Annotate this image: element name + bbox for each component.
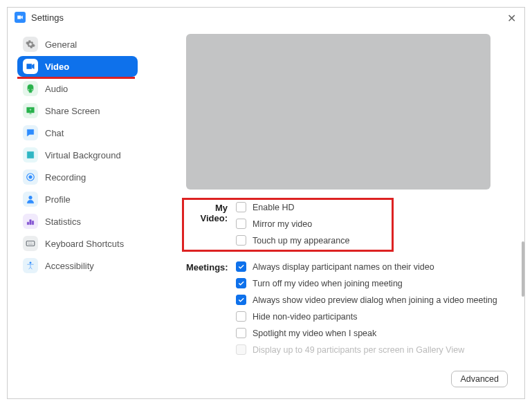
advanced-button[interactable]: Advanced bbox=[451, 371, 508, 387]
option-always-display-participant-names-on-their-video[interactable]: Always display participant names on thei… bbox=[236, 261, 504, 272]
content-area: GeneralVideoAudioShare ScreenChatVirtual… bbox=[8, 27, 524, 398]
meetings-options: Always display participant names on thei… bbox=[236, 261, 504, 361]
sidebar-item-label: Audio bbox=[45, 84, 68, 94]
virtual-bg-icon bbox=[23, 147, 38, 163]
sidebar-item-keyboard-shortcuts[interactable]: Keyboard Shortcuts bbox=[17, 233, 138, 254]
chat-icon bbox=[23, 125, 38, 140]
option-turn-off-my-video-when-joining-meeting[interactable]: Turn off my video when joining meeting bbox=[236, 278, 504, 288]
sidebar-item-label: Profile bbox=[45, 194, 71, 205]
sidebar-item-statistics[interactable]: Statistics bbox=[17, 211, 138, 232]
checkbox[interactable] bbox=[236, 235, 246, 246]
option-label: Always show video preview dialog when jo… bbox=[253, 295, 497, 305]
svg-point-4 bbox=[30, 262, 31, 264]
option-display-up-to-49-participants-per-screen-in-gallery-view: Display up to 49 participants per screen… bbox=[236, 344, 504, 355]
zoom-app-icon bbox=[15, 12, 26, 23]
option-mirror-my-video[interactable]: Mirror my video bbox=[236, 219, 504, 229]
sidebar-item-profile[interactable]: Profile bbox=[17, 189, 138, 210]
checkbox[interactable] bbox=[236, 219, 246, 229]
svg-point-1 bbox=[29, 176, 33, 179]
sidebar-item-label: Recording bbox=[45, 172, 86, 183]
option-spotlight-my-video-when-i-speak[interactable]: Spotlight my video when I speak bbox=[236, 328, 504, 338]
option-label: Display up to 49 participants per screen… bbox=[253, 345, 464, 355]
option-label: Always display participant names on thei… bbox=[253, 262, 434, 272]
option-label: Turn off my video when joining meeting bbox=[253, 279, 403, 288]
checkbox[interactable] bbox=[236, 311, 246, 322]
sidebar-item-share-screen[interactable]: Share Screen bbox=[17, 100, 138, 121]
checkbox bbox=[236, 344, 246, 355]
my-video-options: Enable HDMirror my videoTouch up my appe… bbox=[236, 202, 504, 252]
sidebar-item-chat[interactable]: Chat bbox=[17, 122, 138, 143]
window-title: Settings bbox=[31, 12, 64, 23]
recording-icon bbox=[23, 169, 38, 185]
titlebar: Settings ✕ bbox=[8, 8, 524, 27]
option-enable-hd[interactable]: Enable HD bbox=[236, 202, 504, 212]
option-label: Enable HD bbox=[253, 203, 294, 212]
scrollbar[interactable] bbox=[522, 241, 524, 297]
checkbox[interactable] bbox=[236, 328, 246, 338]
sidebar-item-label: Video bbox=[45, 62, 69, 72]
option-label: Touch up my appearance bbox=[253, 236, 349, 246]
gear-icon bbox=[23, 37, 38, 52]
meetings-section: Meetings: Always display participant nam… bbox=[186, 261, 504, 361]
my-video-label: My Video: bbox=[186, 202, 236, 223]
settings-window: Settings ✕ GeneralVideoAudioShare Screen… bbox=[7, 7, 525, 399]
sidebar-item-label: Statistics bbox=[45, 216, 81, 227]
checkbox[interactable] bbox=[236, 278, 246, 288]
sidebar-item-general[interactable]: General bbox=[17, 34, 138, 55]
sidebar-item-recording[interactable]: Recording bbox=[17, 167, 138, 187]
close-button[interactable]: ✕ bbox=[503, 10, 520, 26]
accessibility-icon bbox=[23, 258, 38, 273]
my-video-section: My Video: Enable HDMirror my videoTouch … bbox=[186, 202, 504, 252]
video-preview[interactable] bbox=[186, 34, 490, 190]
option-touch-up-my-appearance[interactable]: Touch up my appearance bbox=[236, 235, 504, 246]
sidebar-item-accessibility[interactable]: Accessibility bbox=[17, 255, 138, 276]
checkbox[interactable] bbox=[236, 202, 246, 212]
active-underline bbox=[17, 77, 135, 79]
sidebar-item-label: Keyboard Shortcuts bbox=[45, 239, 124, 249]
main-panel: My Video: Enable HDMirror my videoTouch … bbox=[145, 27, 524, 398]
sidebar-item-label: Chat bbox=[45, 128, 64, 138]
checkbox[interactable] bbox=[236, 261, 246, 272]
option-hide-non-video-participants[interactable]: Hide non-video participants bbox=[236, 311, 504, 322]
option-always-show-video-preview-dialog-when-joining-a-video-meeting[interactable]: Always show video preview dialog when jo… bbox=[236, 295, 504, 305]
svg-rect-3 bbox=[26, 241, 35, 246]
sidebar-item-virtual-background[interactable]: Virtual Background bbox=[17, 145, 138, 165]
profile-icon bbox=[23, 192, 38, 207]
checkbox[interactable] bbox=[236, 295, 246, 305]
sidebar-item-label: General bbox=[45, 39, 77, 50]
video-icon bbox=[23, 59, 38, 74]
sidebar-item-video[interactable]: Video bbox=[17, 56, 138, 77]
audio-icon bbox=[23, 81, 38, 96]
option-label: Spotlight my video when I speak bbox=[253, 329, 376, 338]
sidebar-item-audio[interactable]: Audio bbox=[17, 78, 138, 99]
statistics-icon bbox=[23, 214, 38, 229]
option-label: Hide non-video participants bbox=[253, 312, 357, 322]
sidebar: GeneralVideoAudioShare ScreenChatVirtual… bbox=[8, 27, 145, 398]
sidebar-item-label: Accessibility bbox=[45, 261, 94, 271]
keyboard-icon bbox=[23, 236, 38, 251]
sidebar-item-label: Share Screen bbox=[45, 106, 100, 116]
share-screen-icon bbox=[23, 103, 38, 118]
option-label: Mirror my video bbox=[253, 219, 312, 229]
meetings-label: Meetings: bbox=[186, 261, 236, 273]
sidebar-item-label: Virtual Background bbox=[45, 150, 121, 160]
svg-point-2 bbox=[29, 196, 33, 199]
